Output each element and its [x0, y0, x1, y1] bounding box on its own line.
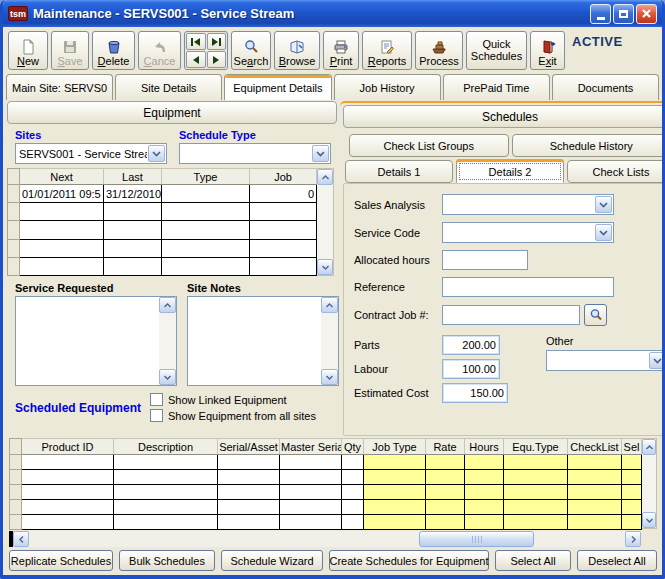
tab-main-site[interactable]: Main Site: SERVS0	[6, 74, 113, 100]
sites-combobox[interactable]: SERVS001 - Service Stream	[15, 143, 167, 164]
save-button[interactable]: Save	[51, 31, 89, 70]
site-notes-scrollbar[interactable]	[321, 297, 338, 385]
tab-details-1[interactable]: Details 1	[345, 160, 453, 183]
site-notes-box	[187, 296, 339, 386]
replicate-schedules-button[interactable]: Replicate Schedules	[9, 550, 113, 571]
create-schedules-for-equipment-button[interactable]: Create Schedules for Equipment	[329, 550, 489, 571]
scroll-down-icon[interactable]	[159, 369, 176, 385]
scroll-up-icon[interactable]	[642, 439, 656, 455]
browse-button[interactable]: Browse	[274, 31, 320, 70]
quick-schedules-button[interactable]: Quick Schedules	[466, 31, 527, 70]
minimize-button[interactable]	[590, 4, 611, 24]
tab-documents[interactable]: Documents	[552, 74, 659, 100]
schedule-row[interactable]	[8, 257, 317, 275]
sales-analysis-dropdown-arrow-icon[interactable]	[595, 196, 612, 213]
scroll-down-icon[interactable]	[321, 369, 338, 385]
exit-button[interactable]: Exit	[530, 31, 565, 70]
process-button[interactable]: Process	[415, 31, 463, 70]
cancel-button[interactable]: Cance	[138, 31, 181, 70]
other-dropdown-arrow-icon[interactable]	[649, 352, 665, 369]
schedule-wizard-button[interactable]: Schedule Wizard	[221, 550, 323, 571]
tab-prepaid-time[interactable]: PrePaid Time	[443, 74, 550, 100]
last-record-button[interactable]	[207, 33, 227, 50]
delete-button[interactable]: Delete	[92, 31, 135, 70]
deselect-all-button[interactable]: Deselect All	[577, 550, 657, 571]
schedule-grid-scrollbar[interactable]	[317, 168, 334, 276]
schedule-row[interactable]	[8, 239, 317, 257]
schedule-type-dropdown-arrow-icon[interactable]	[312, 145, 329, 162]
col-next: Next	[20, 169, 104, 185]
next-record-button[interactable]	[207, 51, 227, 68]
other-combobox[interactable]	[546, 350, 665, 371]
maximize-button[interactable]	[613, 4, 634, 24]
print-button[interactable]: Print	[323, 31, 359, 70]
contract-job-lookup-button[interactable]	[584, 304, 607, 326]
show-linked-equipment-checkbox[interactable]	[150, 393, 163, 406]
allocated-hours-input[interactable]	[442, 250, 528, 270]
cell-last[interactable]: 31/12/2010	[104, 185, 162, 203]
schedule-row[interactable]: 01/01/2011 09:5 31/12/2010 0	[8, 185, 317, 203]
tab-schedule-history[interactable]: Schedule History	[512, 134, 665, 157]
footer-actions: Replicate Schedules Bulk Schedules Sched…	[3, 547, 662, 575]
close-button[interactable]	[636, 4, 657, 24]
tab-check-lists[interactable]: Check Lists	[567, 160, 665, 183]
scroll-down-icon[interactable]	[317, 259, 333, 275]
sites-dropdown-arrow-icon[interactable]	[148, 145, 165, 162]
browse-label: Browse	[279, 56, 316, 68]
equipment-grid-hscrollbar[interactable]	[9, 531, 657, 547]
equipment-row[interactable]	[10, 455, 642, 470]
parts-input[interactable]	[442, 335, 500, 355]
bulk-schedules-button[interactable]: Bulk Schedules	[119, 550, 215, 571]
service-code-combobox[interactable]	[442, 222, 614, 243]
hscroll-thumb[interactable]	[419, 531, 534, 547]
title-bar[interactable]: tsm Maintenance - SERVS001 - Service Str…	[3, 0, 662, 27]
new-button[interactable]: New	[8, 31, 48, 70]
labour-input[interactable]	[442, 359, 500, 379]
col-hours: Hours	[465, 439, 504, 455]
sales-analysis-combobox[interactable]	[442, 194, 614, 215]
search-button[interactable]: Search	[231, 31, 271, 70]
scroll-left-icon[interactable]	[13, 531, 29, 547]
scroll-up-icon[interactable]	[317, 169, 333, 185]
scroll-up-icon[interactable]	[159, 297, 176, 313]
schedule-type-combobox[interactable]	[179, 143, 331, 164]
equipment-row[interactable]	[10, 515, 642, 530]
first-record-button[interactable]	[186, 33, 206, 50]
reports-button[interactable]: Reports	[362, 31, 412, 70]
main-tab-bar: Main Site: SERVS0 Site Details Equipment…	[3, 73, 662, 100]
tab-job-history[interactable]: Job History	[334, 74, 441, 100]
site-notes-textarea[interactable]	[188, 297, 321, 385]
previous-record-button[interactable]	[186, 51, 206, 68]
contract-job-input[interactable]	[442, 305, 580, 325]
col-sel: Sel	[622, 439, 642, 455]
schedule-row[interactable]	[8, 203, 317, 221]
col-serial-asset: Serial/Asset	[218, 439, 280, 455]
tab-details-2[interactable]: Details 2	[456, 160, 564, 183]
show-equipment-all-sites-checkbox[interactable]	[150, 409, 163, 422]
equipment-grid-scrollbar[interactable]	[642, 438, 657, 529]
cell-job[interactable]: 0	[250, 185, 317, 203]
equipment-row[interactable]	[10, 470, 642, 485]
service-code-dropdown-arrow-icon[interactable]	[595, 224, 612, 241]
scroll-up-icon[interactable]	[321, 297, 338, 313]
service-requested-label: Service Requested	[15, 282, 187, 294]
select-all-button[interactable]: Select All	[495, 550, 571, 571]
tab-equipment-details[interactable]: Equipment Details	[224, 74, 331, 100]
reference-input[interactable]	[442, 277, 614, 297]
cell-next[interactable]: 01/01/2011 09:5	[20, 185, 104, 203]
scroll-right-icon[interactable]	[625, 531, 641, 547]
equipment-row[interactable]	[10, 485, 642, 500]
service-requested-textarea[interactable]	[16, 297, 159, 385]
browse-icon	[289, 39, 305, 55]
print-printer-icon	[333, 39, 349, 55]
tab-check-list-groups[interactable]: Check List Groups	[349, 134, 509, 157]
search-magnifier-icon	[243, 39, 259, 55]
sales-analysis-label: Sales Analysis	[354, 199, 442, 211]
service-requested-scrollbar[interactable]	[159, 297, 176, 385]
scroll-down-icon[interactable]	[642, 512, 656, 528]
schedule-row[interactable]	[8, 221, 317, 239]
cell-type[interactable]	[162, 185, 250, 203]
tab-site-details[interactable]: Site Details	[115, 74, 222, 100]
estimated-cost-input[interactable]	[442, 383, 508, 403]
equipment-row[interactable]	[10, 500, 642, 515]
